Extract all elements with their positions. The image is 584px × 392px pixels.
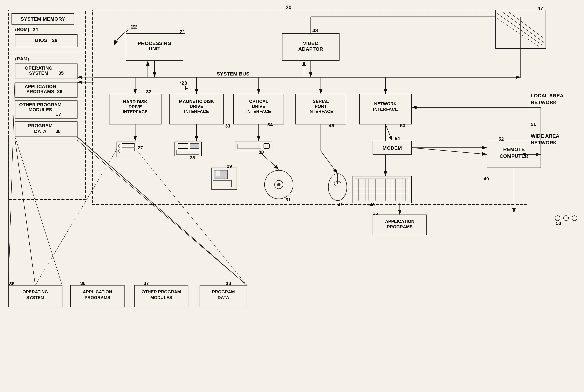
data-label-1: PROGRAM bbox=[28, 123, 53, 128]
ref-21: 21 bbox=[180, 29, 185, 34]
bapp-label-2: PROGRAMS bbox=[85, 295, 110, 300]
ref-36-bot: 36 bbox=[80, 281, 86, 286]
rom-label: (ROM) bbox=[15, 27, 29, 32]
svg-point-63 bbox=[277, 183, 280, 186]
rc-label-1: REMOTE bbox=[503, 146, 525, 152]
bdat-label-2: DATA bbox=[218, 295, 229, 300]
ref-54: 54 bbox=[395, 136, 400, 141]
os-ref: 35 bbox=[59, 70, 64, 76]
odi-label-3: INTERFACE bbox=[246, 109, 271, 114]
mdd-label-2: DRIVE bbox=[190, 104, 203, 109]
mdd-label-1: MAGNETIC DISK bbox=[179, 99, 214, 104]
va-label-2: ADAPTOR bbox=[298, 46, 323, 52]
mdd-label-3: INTERFACE bbox=[184, 109, 209, 114]
spi-label-2: PORT bbox=[315, 104, 327, 109]
ref-42: 42 bbox=[338, 202, 343, 208]
diagram-container: SYSTEM MEMORY (ROM) 24 BIOS 26 (RAM) OPE… bbox=[0, 0, 584, 392]
svg-rect-57 bbox=[235, 142, 272, 151]
svg-rect-41 bbox=[117, 142, 136, 157]
ref-35-bot: 35 bbox=[9, 281, 15, 286]
bios-ref: 26 bbox=[52, 38, 57, 43]
lan-label-2: NETWORK bbox=[531, 100, 557, 105]
bos-label-2: SYSTEM bbox=[26, 295, 44, 300]
hdd-label-1: HARD DISK bbox=[123, 99, 147, 104]
ref-48: 48 bbox=[313, 28, 318, 33]
spi-label-1: SERIAL bbox=[313, 99, 329, 104]
ref-20: 20 bbox=[285, 4, 291, 10]
svg-rect-49 bbox=[190, 144, 199, 148]
app-label-1: APPLICATION bbox=[25, 84, 56, 89]
bdat-label-1: PROGRAM bbox=[212, 289, 235, 294]
ni-label-1: NETWORK bbox=[374, 101, 397, 106]
bios-label: BIOS bbox=[35, 38, 47, 43]
ref-47: 47 bbox=[537, 6, 543, 11]
app2-label-1: APPLICATION bbox=[385, 219, 414, 224]
os-label-1: OPERATING bbox=[25, 66, 52, 71]
ref-28: 28 bbox=[190, 155, 195, 160]
ram-label: (RAM) bbox=[15, 56, 29, 62]
ref-53: 53 bbox=[400, 123, 405, 128]
bmod-label-2: MODULES bbox=[150, 295, 172, 300]
ref-30: 30 bbox=[259, 150, 264, 155]
modem-label: MODEM bbox=[383, 145, 402, 151]
modules-label-1: OTHER PROGRAM bbox=[19, 102, 62, 107]
diagram-svg: SYSTEM MEMORY (ROM) 24 BIOS 26 (RAM) OPE… bbox=[0, 0, 584, 392]
ref-29: 29 bbox=[227, 164, 232, 169]
ref-31: 31 bbox=[285, 197, 291, 202]
data-label-2: DATA bbox=[34, 129, 47, 134]
bos-label-1: OPERATING bbox=[23, 289, 48, 294]
system-memory-label: SYSTEM MEMORY bbox=[21, 16, 65, 22]
ref-32: 32 bbox=[146, 89, 151, 94]
ref-51: 51 bbox=[531, 122, 536, 127]
wan-label-1: WIDE AREA bbox=[531, 133, 559, 138]
app2-label-2: PROGRAMS bbox=[387, 224, 413, 229]
ref-40: 40 bbox=[370, 202, 375, 208]
ref-27: 27 bbox=[138, 145, 143, 150]
pu-label-2: UNIT bbox=[149, 46, 160, 51]
wan-label-2: NETWORK bbox=[531, 140, 557, 145]
rc-label-2: COMPUTER bbox=[499, 153, 528, 159]
spi-label-3: INTERFACE bbox=[308, 109, 333, 114]
app-label-2: PROGRAMS bbox=[27, 89, 54, 94]
odi-label-2: DRIVE bbox=[252, 104, 265, 109]
va-label-1: VIDEO bbox=[303, 40, 319, 46]
modules-ref: 37 bbox=[56, 112, 61, 117]
ref-38-bot: 38 bbox=[226, 281, 231, 286]
ni-label-2: INTERFACE bbox=[373, 107, 398, 112]
ref-46: 46 bbox=[329, 123, 334, 128]
app-ref: 36 bbox=[57, 89, 62, 94]
os-label-2: SYSTEM bbox=[29, 70, 48, 76]
bapp-label-1: APPLICATION bbox=[83, 289, 112, 294]
ref-52: 52 bbox=[498, 136, 504, 142]
ref-49: 49 bbox=[484, 176, 489, 182]
data-ref: 38 bbox=[56, 129, 61, 134]
ref-37-bot: 37 bbox=[144, 281, 149, 286]
ref-34: 34 bbox=[267, 122, 273, 127]
system-bus-label: SYSTEM BUS bbox=[217, 71, 249, 76]
svg-rect-55 bbox=[216, 170, 220, 176]
hdd-label-3: INTERFACE bbox=[123, 109, 147, 114]
ref-50: 50 bbox=[556, 221, 561, 226]
ref-36-2: 36 bbox=[373, 210, 378, 216]
modules-label-2: MODULES bbox=[29, 107, 52, 112]
lan-label-1: LOCAL AREA bbox=[531, 93, 563, 98]
pu-label-1: PROCESSING bbox=[138, 40, 171, 46]
ref-33: 33 bbox=[225, 123, 230, 128]
ref-22: 22 bbox=[131, 24, 137, 30]
bmod-label-1: OTHER PROGRAM bbox=[142, 289, 181, 294]
rom-ref: 24 bbox=[33, 27, 38, 32]
hdd-label-2: DRIVE bbox=[129, 104, 142, 109]
odi-label-1: OPTICAL bbox=[249, 99, 268, 104]
